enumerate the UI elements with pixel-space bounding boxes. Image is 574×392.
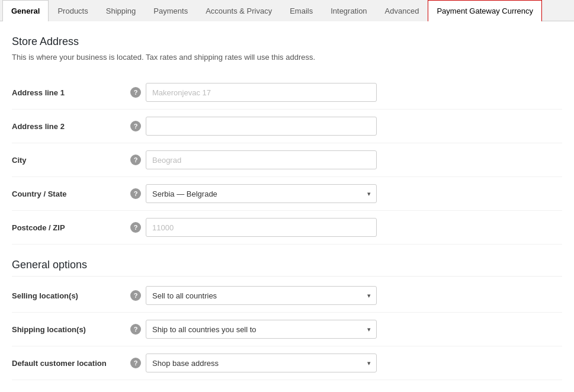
tab-shipping[interactable]: Shipping	[97, 0, 145, 21]
select-shipping-locations[interactable]: Ship to all countries you sell to Ship t…	[146, 320, 377, 339]
general-options-title: General options	[12, 259, 562, 271]
field-row-shipping-locations: Shipping location(s) ? Ship to all count…	[12, 313, 562, 346]
label-address1: Address line 1	[12, 88, 130, 97]
field-row-selling-locations: Selling location(s) ? Sell to all countr…	[12, 279, 562, 313]
field-row-city: City ?	[12, 143, 562, 177]
controls-address2: ?	[130, 117, 562, 136]
tab-integration[interactable]: Integration	[322, 0, 376, 21]
field-row-default-customer-location: Default customer location ? No location …	[12, 346, 562, 380]
store-address-title: Store Address	[12, 36, 562, 48]
tab-advanced[interactable]: Advanced	[376, 0, 428, 21]
tab-payments[interactable]: Payments	[145, 0, 197, 21]
input-address1[interactable]	[146, 83, 377, 102]
input-postcode[interactable]	[146, 218, 377, 237]
select-wrapper-selling-locations: Sell to all countries Sell to specific c…	[146, 286, 377, 305]
divider	[12, 276, 562, 277]
label-country-state: Country / State	[12, 189, 130, 198]
select-default-customer-location[interactable]: No location by default Shop base address…	[146, 354, 377, 372]
help-icon-postcode[interactable]: ?	[130, 222, 141, 233]
tab-accounts-privacy[interactable]: Accounts & Privacy	[197, 0, 281, 21]
select-selling-locations[interactable]: Sell to all countries Sell to specific c…	[146, 286, 377, 305]
tab-payment-gateway-currency[interactable]: Payment Gateway Currency	[428, 0, 542, 21]
help-icon-city[interactable]: ?	[130, 155, 141, 165]
label-selling-locations: Selling location(s)	[12, 291, 130, 300]
label-address2: Address line 2	[12, 122, 130, 131]
select-country-state[interactable]: Serbia — Belgrade Serbia — Vojvodina	[146, 184, 377, 203]
tab-general[interactable]: General	[2, 0, 49, 21]
input-city[interactable]	[146, 150, 377, 169]
field-row-address1: Address line 1 ?	[12, 76, 562, 110]
select-wrapper-country-state: Serbia — Belgrade Serbia — Vojvodina ▾	[146, 184, 377, 203]
store-address-desc: This is where your business is located. …	[12, 53, 562, 62]
field-row-postcode: Postcode / ZIP ?	[12, 211, 562, 245]
label-shipping-locations: Shipping location(s)	[12, 325, 130, 334]
controls-selling-locations: ? Sell to all countries Sell to specific…	[130, 286, 562, 305]
tab-products[interactable]: Products	[49, 0, 97, 21]
controls-default-customer-location: ? No location by default Shop base addre…	[130, 354, 562, 372]
tabs-bar: General Products Shipping Payments Accou…	[0, 0, 574, 21]
label-default-customer-location: Default customer location	[12, 359, 130, 368]
input-address2[interactable]	[146, 117, 377, 136]
help-icon-address2[interactable]: ?	[130, 121, 141, 131]
tab-emails[interactable]: Emails	[281, 0, 322, 21]
field-row-address2: Address line 2 ?	[12, 110, 562, 143]
help-icon-shipping-locations[interactable]: ?	[130, 324, 141, 335]
help-icon-selling-locations[interactable]: ?	[130, 290, 141, 301]
help-icon-country-state[interactable]: ?	[130, 188, 141, 199]
select-wrapper-shipping-locations: Ship to all countries you sell to Ship t…	[146, 320, 377, 339]
field-row-country-state: Country / State ? Serbia — Belgrade Serb…	[12, 177, 562, 211]
label-postcode: Postcode / ZIP	[12, 223, 130, 232]
controls-address1: ?	[130, 83, 562, 102]
controls-city: ?	[130, 150, 562, 169]
help-icon-default-customer-location[interactable]: ?	[130, 358, 141, 368]
controls-postcode: ?	[130, 218, 562, 237]
label-city: City	[12, 156, 130, 165]
controls-shipping-locations: ? Ship to all countries you sell to Ship…	[130, 320, 562, 339]
controls-country-state: ? Serbia — Belgrade Serbia — Vojvodina ▾	[130, 184, 562, 203]
content-area: Store Address This is where your busines…	[0, 21, 574, 392]
select-wrapper-default-customer-location: No location by default Shop base address…	[146, 354, 377, 372]
page-wrapper: General Products Shipping Payments Accou…	[0, 0, 574, 392]
help-icon-address1[interactable]: ?	[130, 87, 141, 98]
